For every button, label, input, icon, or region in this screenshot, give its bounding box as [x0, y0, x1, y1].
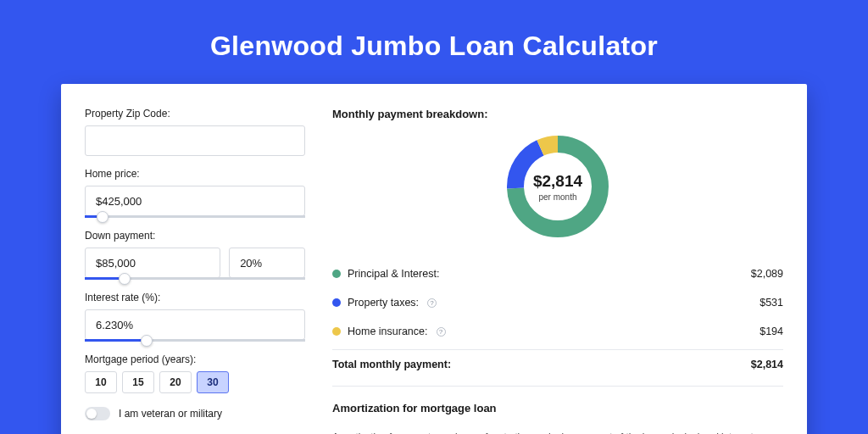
dot-icon — [332, 327, 341, 336]
field-price: Home price: — [85, 168, 305, 218]
price-label: Home price: — [85, 168, 305, 180]
rate-slider[interactable] — [85, 339, 305, 342]
dot-icon — [332, 298, 341, 307]
rate-input[interactable] — [85, 309, 305, 340]
price-input[interactable] — [85, 186, 305, 216]
breakdown-panel: Monthly payment breakdown: $2,814 per mo… — [324, 84, 807, 434]
field-period: Mortgage period (years): 10 15 20 30 — [85, 353, 305, 393]
page-title: Glenwood Jumbo Loan Calculator — [0, 0, 868, 84]
period-label: Mortgage period (years): — [85, 353, 305, 365]
veteran-toggle-row: I am veteran or military — [85, 407, 305, 420]
amortization-body: Amortization for a mortgage loan refers … — [332, 430, 783, 434]
down-label: Down payment: — [85, 230, 305, 242]
total-value: $2,814 — [751, 359, 783, 370]
info-icon[interactable]: ? — [427, 298, 437, 308]
calculator-card: Property Zip Code: Home price: Down paym… — [61, 84, 807, 434]
donut-center-sub: per month — [538, 192, 576, 202]
amortization-section: Amortization for mortgage loan Amortizat… — [332, 386, 783, 434]
period-20-button[interactable]: 20 — [159, 371, 192, 393]
rate-label: Interest rate (%): — [85, 292, 305, 303]
legend-row-principal: Principal & Interest: $2,089 — [332, 259, 783, 288]
legend-value: $194 — [760, 326, 783, 337]
input-panel: Property Zip Code: Home price: Down paym… — [61, 84, 324, 434]
dot-icon — [332, 270, 341, 278]
period-10-button[interactable]: 10 — [85, 371, 117, 393]
field-zip: Property Zip Code: — [85, 108, 305, 156]
down-slider-thumb[interactable] — [119, 273, 131, 285]
legend-value: $2,089 — [751, 268, 783, 280]
price-slider-thumb[interactable] — [97, 211, 108, 223]
veteran-toggle[interactable] — [85, 407, 110, 420]
period-15-button[interactable]: 15 — [122, 371, 154, 393]
down-slider[interactable] — [85, 277, 305, 280]
zip-input[interactable] — [85, 125, 305, 156]
field-rate: Interest rate (%): — [85, 292, 305, 342]
legend-label: Principal & Interest: — [348, 268, 439, 280]
amortization-title: Amortization for mortgage loan — [332, 402, 783, 415]
price-slider[interactable] — [85, 215, 305, 218]
total-row: Total monthly payment: $2,814 — [332, 349, 783, 386]
field-down: Down payment: — [85, 230, 305, 280]
zip-label: Property Zip Code: — [85, 108, 305, 120]
rate-slider-thumb[interactable] — [141, 335, 153, 347]
info-icon[interactable]: ? — [437, 327, 446, 337]
total-label: Total monthly payment: — [332, 359, 451, 370]
breakdown-title: Monthly payment breakdown: — [332, 108, 783, 120]
toggle-knob — [86, 409, 97, 419]
legend-row-insurance: Home insurance: ? $194 — [332, 317, 783, 346]
period-30-button[interactable]: 30 — [197, 371, 229, 393]
legend-label: Property taxes: — [348, 297, 419, 309]
veteran-label: I am veteran or military — [119, 408, 222, 420]
down-amount-input[interactable] — [85, 248, 220, 278]
down-pct-input[interactable] — [229, 248, 305, 278]
legend-row-taxes: Property taxes: ? $531 — [332, 288, 783, 317]
donut-center-amount: $2,814 — [533, 172, 582, 191]
legend-label: Home insurance: — [348, 326, 428, 337]
legend-value: $531 — [760, 297, 783, 309]
donut-chart: $2,814 per month — [507, 136, 609, 237]
